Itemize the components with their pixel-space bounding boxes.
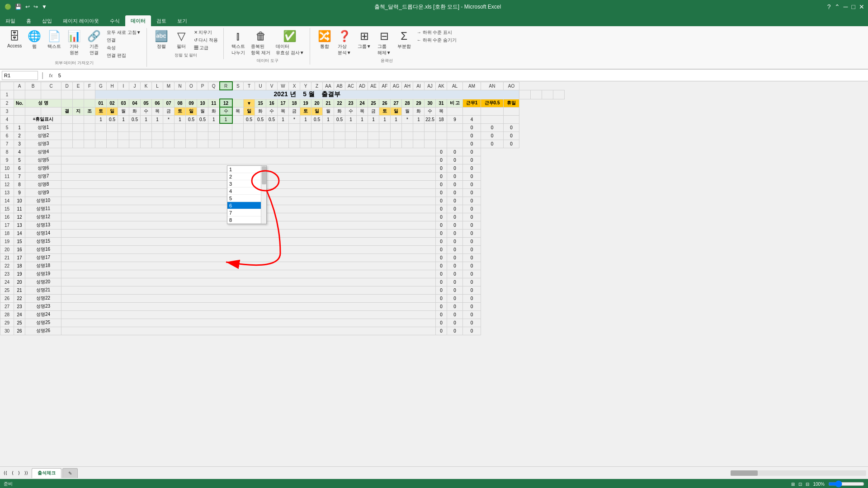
r6-24[interactable] bbox=[357, 131, 368, 140]
r3-P[interactable]: 월 bbox=[197, 107, 208, 115]
r2-remark[interactable]: 비 고 bbox=[447, 99, 463, 107]
r1-E[interactable] bbox=[73, 90, 84, 99]
r7-04[interactable] bbox=[129, 140, 141, 148]
r9-name[interactable]: 성명5 bbox=[25, 156, 61, 164]
r1-AL[interactable] bbox=[519, 90, 531, 99]
r28-holiday[interactable]: 0 bbox=[463, 310, 481, 319]
r4-28[interactable]: * bbox=[402, 115, 413, 123]
r7-30[interactable] bbox=[425, 140, 436, 148]
r29-work05[interactable]: 0 bbox=[447, 319, 463, 327]
r3-L[interactable]: 목 bbox=[152, 107, 163, 115]
col-E[interactable]: E bbox=[73, 82, 84, 90]
r14-work05[interactable]: 0 bbox=[447, 197, 463, 205]
col-B[interactable]: B bbox=[25, 82, 41, 90]
btn-subtotal[interactable]: Σ 부분합 bbox=[395, 29, 413, 51]
save-btn[interactable]: 💾 bbox=[14, 4, 23, 10]
r2-work1[interactable]: 근무1 bbox=[463, 99, 481, 107]
r27-work1[interactable]: 0 bbox=[436, 302, 447, 310]
r6-F[interactable] bbox=[84, 131, 95, 140]
r4-26[interactable]: 1 bbox=[379, 115, 391, 123]
r4-22[interactable]: 0.5 bbox=[334, 115, 345, 123]
col-A[interactable]: A bbox=[14, 82, 25, 90]
r11-work1[interactable]: 0 bbox=[436, 172, 447, 180]
r5-F[interactable] bbox=[84, 123, 95, 131]
r2-work05[interactable]: 근무0.5 bbox=[481, 99, 504, 107]
r5-08[interactable] bbox=[175, 123, 186, 131]
r5-holiday[interactable]: 0 bbox=[504, 123, 519, 131]
r5-21[interactable] bbox=[323, 123, 334, 131]
r3-O[interactable]: 일 bbox=[186, 107, 197, 115]
r29-work1[interactable]: 0 bbox=[436, 319, 447, 327]
r19-holiday[interactable]: 0 bbox=[463, 237, 481, 245]
r25-work1[interactable]: 0 bbox=[436, 286, 447, 294]
r7-02[interactable] bbox=[107, 140, 118, 148]
r7-12[interactable] bbox=[220, 140, 232, 148]
help-icon[interactable]: ? bbox=[827, 3, 831, 10]
r26-work1[interactable]: 0 bbox=[436, 294, 447, 302]
r6-holiday[interactable]: 0 bbox=[504, 131, 519, 140]
r2-D[interactable] bbox=[61, 99, 73, 107]
r16-work1[interactable]: 0 bbox=[436, 213, 447, 221]
r18-work1[interactable]: 0 bbox=[436, 229, 447, 237]
r6-28[interactable] bbox=[402, 131, 413, 140]
col-AK[interactable]: AK bbox=[436, 82, 447, 90]
r3-W[interactable]: 목 bbox=[278, 107, 289, 115]
r2-05[interactable]: 05 bbox=[141, 99, 152, 107]
r4-15[interactable]: 0.5 bbox=[255, 115, 266, 123]
r12-holiday[interactable]: 0 bbox=[463, 180, 481, 188]
r3-AF[interactable]: 토 bbox=[379, 107, 391, 115]
r27-empty[interactable] bbox=[61, 302, 436, 310]
r6-20[interactable] bbox=[311, 131, 323, 140]
r2-07[interactable]: 07 bbox=[163, 99, 175, 107]
r6-05[interactable] bbox=[141, 131, 152, 140]
r4-05[interactable]: 1 bbox=[141, 115, 152, 123]
r27-A[interactable]: 23 bbox=[14, 302, 25, 310]
r7-14[interactable] bbox=[244, 140, 255, 148]
r5-06[interactable] bbox=[152, 123, 163, 131]
r5-work1[interactable]: 0 bbox=[463, 123, 481, 131]
r7-29[interactable] bbox=[413, 140, 425, 148]
r29-A[interactable]: 25 bbox=[14, 319, 25, 327]
r3-AB[interactable]: 화 bbox=[334, 107, 345, 115]
r17-name[interactable]: 성명13 bbox=[25, 221, 61, 229]
r2-holiday[interactable]: 휴일 bbox=[504, 99, 519, 107]
r3-N[interactable]: 토 bbox=[175, 107, 186, 115]
r29-empty[interactable] bbox=[61, 319, 436, 327]
r25-work05[interactable]: 0 bbox=[447, 286, 463, 294]
r15-holiday[interactable]: 0 bbox=[463, 205, 481, 213]
r2-14[interactable]: ▼ bbox=[244, 99, 255, 107]
r1-AM[interactable] bbox=[531, 90, 542, 99]
r2-31[interactable]: 31 bbox=[436, 99, 447, 107]
r6-06[interactable] bbox=[152, 131, 163, 140]
r3-AH[interactable]: 월 bbox=[402, 107, 413, 115]
sheet-nav-last[interactable]: ⟩⟩ bbox=[23, 469, 30, 476]
sheet-container[interactable]: A B C D E F G H I J K L M N O bbox=[0, 81, 868, 466]
r8-holiday[interactable]: 0 bbox=[463, 148, 481, 156]
r7-work1[interactable]: 0 bbox=[463, 140, 481, 148]
col-K[interactable]: K bbox=[141, 82, 152, 90]
btn-reapply[interactable]: ↺ 다시 적용 bbox=[192, 37, 220, 44]
btn-other-source[interactable]: 📊 기타원본 bbox=[65, 29, 83, 57]
r6-29[interactable] bbox=[413, 131, 425, 140]
r17-holiday[interactable]: 0 bbox=[463, 221, 481, 229]
tab-file[interactable]: 파일 bbox=[0, 15, 21, 26]
r2-23[interactable]: 23 bbox=[345, 99, 357, 107]
r20-holiday[interactable]: 0 bbox=[463, 245, 481, 253]
r30-work1[interactable]: 0 bbox=[436, 327, 447, 335]
btn-data-validate[interactable]: ✅ 데이터유효성 검사▼ bbox=[274, 29, 306, 57]
r7-16[interactable] bbox=[266, 140, 278, 148]
r2-A[interactable]: No. bbox=[14, 99, 25, 107]
sheet-tab-checkin[interactable]: 출석체크 bbox=[32, 468, 61, 478]
r2-10[interactable]: 10 bbox=[197, 99, 208, 107]
btn-existing-conn[interactable]: 🔗 기존연결 bbox=[85, 29, 103, 57]
r24-name[interactable]: 성명20 bbox=[25, 278, 61, 286]
r3-S[interactable]: 목 bbox=[232, 107, 244, 115]
r7-23[interactable] bbox=[345, 140, 357, 148]
r7-20[interactable] bbox=[311, 140, 323, 148]
r2-25[interactable]: 25 bbox=[368, 99, 379, 107]
r5-27[interactable] bbox=[391, 123, 402, 131]
r5-D[interactable] bbox=[61, 123, 73, 131]
col-AM[interactable]: AM bbox=[463, 82, 481, 90]
r3-Q[interactable]: 화 bbox=[208, 107, 220, 115]
r18-empty[interactable] bbox=[61, 229, 436, 237]
